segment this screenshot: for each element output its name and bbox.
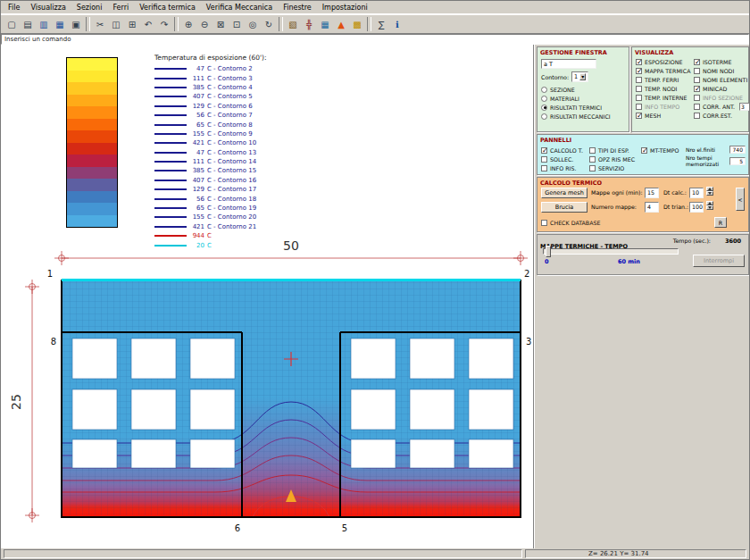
command-input[interactable]: Inserisci un comando [1,34,749,45]
sezione-name-field[interactable]: a T [541,59,596,69]
check-database-checkbox[interactable]: CHECK DATABASE [538,218,600,227]
checkbox-temp-ferri[interactable]: TEMP. FERRI [632,75,690,84]
undo-icon[interactable]: ↶ [140,17,156,32]
open-icon[interactable]: ▤ [20,17,36,32]
status-bar: Z= 26.21 Y= 31.74 [1,548,749,559]
cut-icon[interactable]: ✂ [92,17,108,32]
svg-text:5: 5 [342,523,347,533]
dt-calc-stepper[interactable] [706,187,713,196]
menu-item-file[interactable]: File [3,3,25,13]
radio-risultati-meccanici[interactable]: RISULTATI MECCANICI [538,112,629,121]
checkbox-mesh[interactable]: MESH [632,111,690,120]
redo-icon[interactable]: ↷ [156,17,172,32]
radio-sezione[interactable]: SEZIONE [538,85,629,94]
brucia-button[interactable]: Brucia [541,202,588,213]
menu-item-finestre[interactable]: Finestre [278,3,317,13]
checkbox-mappa-termica[interactable]: MAPPA TERMICA [632,66,690,75]
zoom-window-icon[interactable]: ⊠ [212,17,229,32]
dt-trian-field[interactable]: 100 [689,202,704,213]
print-icon[interactable]: ▣ [68,17,84,32]
pan-icon[interactable]: ◎ [245,17,261,32]
save-all-icon[interactable]: ▦ [52,17,68,32]
menu-item-verifica-termica[interactable]: Verifica termica [134,3,201,13]
contour-legend-title: Temperatura di esposizione (60'): [154,54,266,62]
dt-calc-field[interactable]: 10 [689,188,704,198]
nro-tempi-label: Nro tempi memorizzati [686,155,729,167]
menu-item-sezioni[interactable]: Sezioni [71,3,108,13]
checkbox-corr-ant[interactable]: CORR. ANT.3 [690,102,748,111]
zoom-out-icon[interactable]: ⊖ [196,17,212,32]
drawing-canvas[interactable]: 50 25 1 2 8 3 6 5 1300 [1,45,534,548]
flame-icon[interactable]: ▲ [333,17,349,32]
new-icon[interactable]: ▢ [4,17,20,32]
checkbox-isoterme[interactable]: ISOTERME [690,57,748,66]
paste-icon[interactable]: ⊞ [124,17,140,32]
C - Contorno 3: 111 C - Contorno 3 [154,73,266,82]
thermal-map-icon[interactable]: ▩ [349,17,365,32]
menu-item-impostazioni[interactable]: Impostazioni [317,3,373,13]
C - Contorno 6: 129 C - Contorno 6 [154,102,266,111]
checkbox-temp-nodi[interactable]: TEMP. NODI [632,84,690,93]
radio-risultati-termici[interactable]: RISULTATI TERMICI [538,103,629,112]
app-window: File Visualizza Sezioni Ferri Verifica t… [0,0,750,560]
menu-item-ferri[interactable]: Ferri [107,3,134,13]
dt-trian-stepper[interactable] [706,201,713,210]
checkbox-nomi-elementi[interactable]: NOMI ELEMENTI [690,75,748,84]
checkbox-info-ris[interactable]: INFO RIS. [538,163,586,172]
dim-height-label: 25 [9,394,23,410]
zoom-in-icon[interactable]: ⊕ [180,17,196,32]
time-slider-handle[interactable] [546,246,551,257]
temperature-colorbar: 1300 1200 1100 1000 900 800 700 600 500 [66,57,118,228]
C - Contorno 4: 385 C - Contorno 4 [154,83,266,92]
svg-text:6: 6 [235,523,240,533]
checkbox-opz-ris-mec[interactable]: OPZ RIS MEC [586,155,638,163]
interrompi-button[interactable]: Interrompi [693,255,745,267]
sum-icon[interactable]: ∑ [373,17,389,32]
checkbox-servizio[interactable]: SERVIZIO [586,163,638,172]
svg-text:8: 8 [51,337,56,347]
mesh-gen-icon[interactable]: ▦ [317,17,333,32]
checkbox-mt-tempo[interactable]: MT-TEMPO [638,146,686,155]
info-icon[interactable]: ℹ [389,17,405,32]
checkbox-esposizione[interactable]: ESPOSIZIONE [632,57,690,66]
C - Contorno 15: 385 C - Contorno 15 [154,166,266,175]
checkbox-nomi-nodi[interactable]: NOMI NODI [690,66,748,75]
zoom-extents-icon[interactable]: ⊡ [229,17,245,32]
checkbox-info-sezione[interactable]: INFO SEZIONE [690,93,748,102]
mappe-ogni-label: Mappe ogni (min): [591,189,643,196]
menu-item-verifica-meccanica[interactable]: Verifica Meccanica [201,3,278,13]
genera-mesh-button[interactable]: Genera mesh [541,188,588,198]
dt-calc-label: Dt calc.: [663,189,687,196]
numero-mappe-field[interactable]: 4 [645,202,659,213]
rebar-icon[interactable]: ╬ [301,17,317,32]
section-icon[interactable]: ▧ [285,17,301,32]
slider-min-label: 0 [545,258,549,265]
checkbox-sollec[interactable]: SOLLEC. [538,155,586,163]
C - Contorno 7: 56 C - Contorno 7 [154,111,266,120]
r-button[interactable]: R [714,217,727,228]
redraw-icon[interactable]: ↻ [261,17,277,32]
C - Contorno 8: 65 C - Contorno 8 [154,120,266,129]
nro-tempi-field: 5 [729,157,746,165]
checkbox-info-tempo[interactable]: INFO TEMPO [632,102,690,111]
time-slider[interactable] [543,248,679,255]
menu-item-visualizza[interactable]: Visualizza [25,3,71,13]
save-icon[interactable]: ▥ [36,17,52,32]
visualizza-title: VISUALIZZA [632,47,748,57]
checkbox-calcolo-t[interactable]: CALCOLO T. [538,146,586,155]
control-panel: GESTIONE FINESTRA a T Contorno: 1 ▾ SEZI… [534,45,749,548]
checkbox-minicad[interactable]: MINICAD [690,84,748,93]
mappe-ogni-field[interactable]: 15 [645,188,659,198]
contorno-select[interactable]: 1 ▾ [571,71,588,82]
tempo-label: Tempo (sec.): [673,238,711,244]
radio-materiali[interactable]: MATERIALI [538,94,629,103]
nro-el-finiti-label: Nro el.finiti [686,146,729,153]
checkbox-temp-interne[interactable]: TEMP. INTERNE [632,93,690,102]
checkbox-tipi-di-esp[interactable]: TIPI DI ESP. [586,146,638,155]
mappe-termiche-panel: MAPPE TERMICHE - TEMPO Tempo (sec.): 360… [537,234,749,275]
chevron-down-icon[interactable]: ▾ [579,73,586,80]
checkbox-corr-est[interactable]: CORR.EST. [690,111,748,120]
copy-icon[interactable]: ◫ [108,17,124,32]
C - Contorno 19: 65 C - Contorno 19 [154,204,266,213]
collapse-panel-button[interactable]: < [736,188,745,211]
